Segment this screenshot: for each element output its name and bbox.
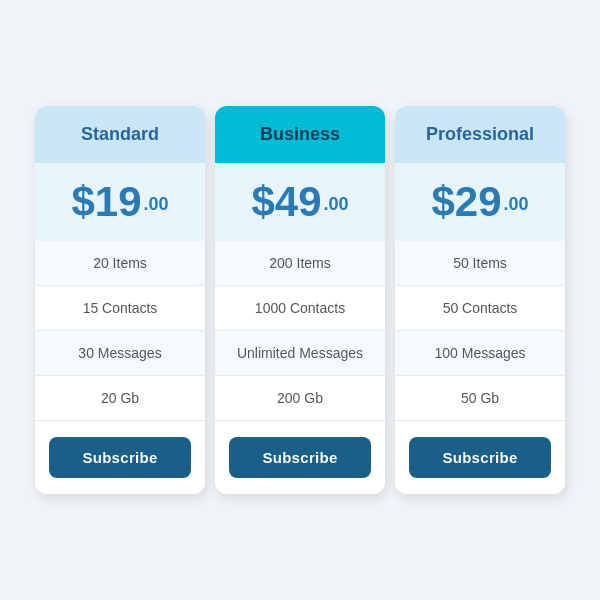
plan-footer-standard: Subscribe [35, 421, 205, 494]
feature-row-professional-0: 50 Items [395, 241, 565, 286]
feature-row-standard-1: 15 Contacts [35, 286, 205, 331]
plan-price-cents-business: .00 [324, 194, 349, 214]
plan-card-business: Business$49.00200 Items1000 ContactsUnli… [215, 106, 385, 494]
plan-price-business: $49.00 [215, 163, 385, 241]
plan-features-standard: 20 Items15 Contacts30 Messages20 Gb [35, 241, 205, 421]
plan-price-cents-standard: .00 [144, 194, 169, 214]
feature-row-professional-3: 50 Gb [395, 376, 565, 421]
feature-row-business-2: Unlimited Messages [215, 331, 385, 376]
feature-row-business-1: 1000 Contacts [215, 286, 385, 331]
subscribe-button-professional[interactable]: Subscribe [409, 437, 551, 478]
plan-card-standard: Standard$19.0020 Items15 Contacts30 Mess… [35, 106, 205, 494]
feature-row-standard-2: 30 Messages [35, 331, 205, 376]
feature-row-professional-2: 100 Messages [395, 331, 565, 376]
plan-price-professional: $29.00 [395, 163, 565, 241]
plan-price-main-business: $49 [251, 178, 321, 225]
plan-features-professional: 50 Items50 Contacts100 Messages50 Gb [395, 241, 565, 421]
plan-price-cents-professional: .00 [504, 194, 529, 214]
plan-price-main-professional: $29 [431, 178, 501, 225]
feature-row-business-3: 200 Gb [215, 376, 385, 421]
plan-card-professional: Professional$29.0050 Items50 Contacts100… [395, 106, 565, 494]
subscribe-button-business[interactable]: Subscribe [229, 437, 371, 478]
plan-price-standard: $19.00 [35, 163, 205, 241]
plan-price-main-standard: $19 [71, 178, 141, 225]
plan-footer-professional: Subscribe [395, 421, 565, 494]
feature-row-business-0: 200 Items [215, 241, 385, 286]
pricing-container: Standard$19.0020 Items15 Contacts30 Mess… [15, 86, 585, 514]
plan-features-business: 200 Items1000 ContactsUnlimited Messages… [215, 241, 385, 421]
feature-row-professional-1: 50 Contacts [395, 286, 565, 331]
plan-header-standard: Standard [35, 106, 205, 163]
feature-row-standard-3: 20 Gb [35, 376, 205, 421]
feature-row-standard-0: 20 Items [35, 241, 205, 286]
subscribe-button-standard[interactable]: Subscribe [49, 437, 191, 478]
plan-footer-business: Subscribe [215, 421, 385, 494]
plan-header-professional: Professional [395, 106, 565, 163]
plan-header-business: Business [215, 106, 385, 163]
